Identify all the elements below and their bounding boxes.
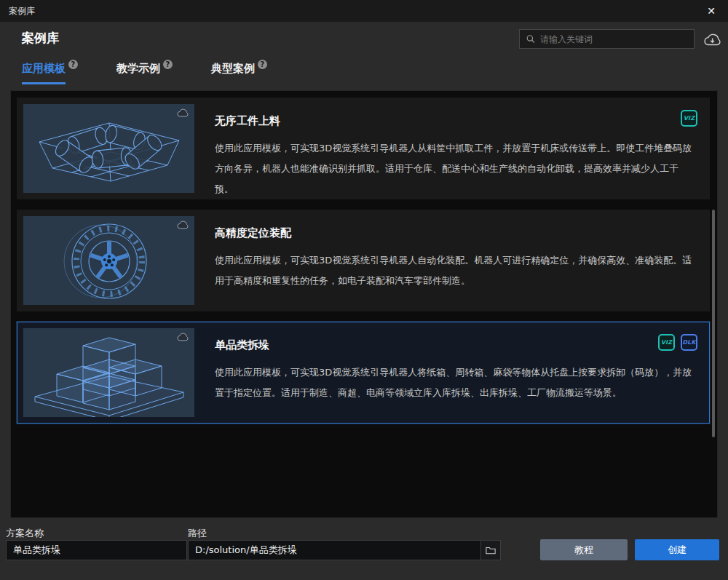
card-description: 使用此应用模板，可实现3D视觉系统引导机器人从料筐中抓取工件，并放置于机床或传送…	[215, 138, 693, 199]
tab-typical-cases[interactable]: 典型案例?	[211, 62, 267, 84]
cloud-download-icon	[703, 33, 721, 47]
card-body: 高精度定位装配 使用此应用模板，可实现3D视觉系统引导机器人自动化装配。机器人可…	[200, 210, 709, 311]
titlebar: 案例库 ✕	[0, 0, 728, 22]
window-title: 案例库	[9, 5, 35, 17]
thumbnail-bin-picking	[23, 104, 194, 193]
tab-label: 应用模板	[22, 62, 66, 84]
folder-icon	[486, 546, 496, 555]
card-title: 无序工件上料	[215, 114, 693, 128]
downloadable-cloud-icon	[176, 220, 189, 230]
cloud-download-button[interactable]	[701, 30, 723, 49]
tutorial-button[interactable]: 教程	[540, 539, 628, 560]
path-input[interactable]	[188, 540, 501, 560]
card-description: 使用此应用模板，可实现3D视觉系统引导机器人将纸箱、周转箱、麻袋等物体从托盘上按…	[215, 362, 693, 403]
card-body: 单品类拆垛 使用此应用模板，可实现3D视觉系统引导机器人将纸箱、周转箱、麻袋等物…	[200, 322, 709, 423]
template-list-panel: 无序工件上料 使用此应用模板，可实现3D视觉系统引导机器人从料筐中抓取工件，并放…	[10, 90, 718, 518]
path-label: 路径	[188, 527, 207, 540]
help-icon[interactable]: ?	[258, 60, 267, 69]
mech-viz-badge: VIZ	[658, 334, 675, 351]
wireframe-pallet-art	[23, 328, 194, 417]
solution-name-input[interactable]	[6, 540, 187, 560]
search-box[interactable]	[519, 29, 695, 49]
tab-bar: 应用模板? 教学示例? 典型案例?	[22, 62, 267, 84]
card-description: 使用此应用模板，可实现3D视觉系统引导机器人自动化装配。机器人可进行精确定位，并…	[215, 250, 693, 291]
create-button[interactable]: 创建	[635, 539, 719, 560]
search-icon	[526, 34, 535, 44]
downloadable-cloud-icon	[176, 108, 189, 118]
vertical-scrollbar[interactable]	[712, 210, 715, 437]
card-badges: VIZ DLK	[658, 334, 697, 351]
solution-name-label: 方案名称	[6, 527, 44, 540]
card-title: 单品类拆垛	[215, 338, 693, 352]
card-badges: VIZ	[681, 110, 697, 127]
template-card-random-workpiece-loading[interactable]: 无序工件上料 使用此应用模板，可实现3D视觉系统引导机器人从料筐中抓取工件，并放…	[17, 98, 710, 199]
tab-application-templates[interactable]: 应用模板?	[22, 62, 78, 84]
tab-label: 教学示例	[116, 62, 160, 84]
close-icon[interactable]: ✕	[703, 3, 719, 19]
card-title: 高精度定位装配	[215, 226, 693, 240]
thumbnail-depalletizing	[23, 328, 194, 417]
wireframe-bin-art	[23, 104, 194, 193]
search-input[interactable]	[540, 34, 687, 44]
thumbnail-wheel	[23, 216, 194, 305]
help-icon[interactable]: ?	[68, 60, 78, 69]
browse-folder-button[interactable]	[480, 541, 500, 560]
template-card-high-precision-assembly[interactable]: 高精度定位装配 使用此应用模板，可实现3D视觉系统引导机器人自动化装配。机器人可…	[17, 210, 710, 311]
card-body: 无序工件上料 使用此应用模板，可实现3D视觉系统引导机器人从料筐中抓取工件，并放…	[200, 98, 709, 199]
help-icon[interactable]: ?	[163, 60, 173, 69]
case-library-dialog: 案例库 ✕ 案例库 应用模板? 教学示例? 典型案例?	[0, 0, 728, 580]
wireframe-wheel-art	[23, 216, 194, 305]
template-card-single-case-depalletizing[interactable]: 单品类拆垛 使用此应用模板，可实现3D视觉系统引导机器人将纸箱、周转箱、麻袋等物…	[17, 322, 710, 424]
page-title: 案例库	[22, 30, 59, 47]
mech-viz-badge: VIZ	[681, 110, 697, 127]
downloadable-cloud-icon	[176, 332, 189, 342]
mech-dlk-badge: DLK	[681, 334, 697, 351]
tab-label: 典型案例	[211, 62, 255, 84]
tab-teaching-examples[interactable]: 教学示例?	[116, 62, 173, 84]
